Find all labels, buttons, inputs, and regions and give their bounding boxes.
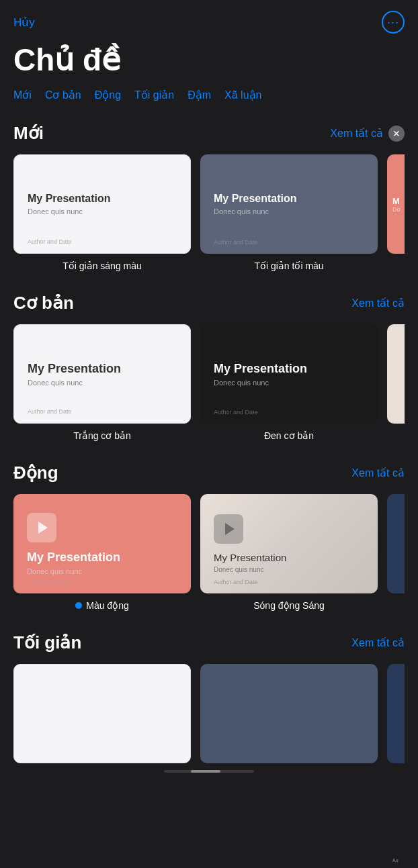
template-card-slate-dark: My Presentation Donec quis nunc Author a… xyxy=(200,154,378,254)
card-title: My Presentation xyxy=(214,552,364,563)
see-all-basic[interactable]: Xem tất cả xyxy=(351,297,405,309)
template-card-partial-dynamic xyxy=(387,494,405,593)
filter-item-minimal[interactable]: Tối giản xyxy=(134,89,174,101)
card-title: My Presentation xyxy=(27,550,177,565)
template-minimal-white[interactable] xyxy=(13,664,191,763)
card-author: Author and Date xyxy=(214,239,258,246)
template-minimal-partial[interactable] xyxy=(387,664,405,763)
play-icon xyxy=(38,522,48,534)
play-icon xyxy=(225,523,235,535)
template-card-white-basic: My Presentation Donec quis nunc Author a… xyxy=(13,324,191,424)
template-card-partial-minimal xyxy=(387,664,405,763)
see-all-dynamic[interactable]: Xem tất cả xyxy=(351,467,405,479)
card-subtitle: Donec quis nunc xyxy=(28,207,177,215)
card-title: My Presentation xyxy=(214,193,364,205)
templates-row-dynamic: My Presentation Donec quis nunc Author a… xyxy=(13,494,405,611)
template-card-slate-minimal xyxy=(200,664,378,763)
filter-bar: Mới Cơ bản Động Tối giản Đậm Xã luận xyxy=(0,89,418,115)
template-partial-pink[interactable]: M Do Au xyxy=(387,154,405,271)
card-author: Author and Date xyxy=(27,579,71,585)
template-card-pink-dynamic: My Presentation Donec quis nunc Author a… xyxy=(13,494,191,593)
play-icon-wrapper-gray xyxy=(214,514,243,544)
card-title: My Presentation xyxy=(28,362,177,376)
card-title-partial: M xyxy=(392,196,405,206)
more-icon: ··· xyxy=(387,16,399,28)
card-subtitle: Donec quis nunc xyxy=(214,566,364,573)
template-label-with-dot: Màu động xyxy=(75,600,128,611)
page-title: Chủ đề xyxy=(0,39,418,89)
close-new-badge[interactable]: ✕ xyxy=(388,126,405,142)
cancel-button[interactable]: Hủy xyxy=(13,15,35,30)
template-toi-gian-toi[interactable]: My Presentation Donec quis nunc Author a… xyxy=(200,154,378,271)
see-all-new[interactable]: Xem tất cả xyxy=(330,127,383,140)
template-card-white-light: My Presentation Donec quis nunc Author a… xyxy=(13,154,191,254)
card-author: Author and Date xyxy=(214,579,258,585)
card-subtitle: Donec quis nunc xyxy=(27,567,177,575)
filter-item-editorial[interactable]: Xã luận xyxy=(224,89,261,101)
filter-item-new[interactable]: Mới xyxy=(13,89,32,101)
template-partial-basic[interactable] xyxy=(387,324,405,441)
section-title-basic: Cơ bản xyxy=(13,293,74,314)
template-partial-dynamic[interactable] xyxy=(387,494,405,611)
template-den-co-ban[interactable]: My Presentation Donec quis nunc Author a… xyxy=(200,324,378,441)
card-subtitle: Donec quis nunc xyxy=(28,379,177,387)
templates-row-minimal xyxy=(13,664,405,763)
template-card-black-basic: My Presentation Donec quis nunc Author a… xyxy=(200,324,378,424)
card-subtitle-partial: Do xyxy=(392,206,405,213)
template-trang-co-ban[interactable]: My Presentation Donec quis nunc Author a… xyxy=(13,324,191,441)
filter-item-basic[interactable]: Cơ bản xyxy=(45,89,81,101)
template-card-gradient-light: My Presentation Donec quis nunc Author a… xyxy=(200,494,378,593)
template-song-dong-sang[interactable]: My Presentation Donec quis nunc Author a… xyxy=(200,494,378,611)
scroll-thumb xyxy=(191,770,220,773)
template-toi-gian-sang[interactable]: My Presentation Donec quis nunc Author a… xyxy=(13,154,191,271)
dot-indicator xyxy=(75,602,82,609)
section-title-new: Mới xyxy=(13,123,44,144)
template-label: Đen cơ bản xyxy=(264,430,314,441)
section-minimal: Tối giản Xem tất cả xyxy=(0,624,418,789)
card-author: Author and Date xyxy=(28,238,72,245)
card-subtitle: Donec quis nunc xyxy=(214,379,364,387)
filter-item-dynamic[interactable]: Động xyxy=(95,89,121,101)
card-title: My Presentation xyxy=(28,193,177,205)
template-mau-dong[interactable]: My Presentation Donec quis nunc Author a… xyxy=(13,494,191,611)
card-author: Author and Date xyxy=(28,408,72,415)
template-label: Trắng cơ bản xyxy=(73,430,131,441)
template-minimal-slate[interactable] xyxy=(200,664,378,763)
header: Hủy ··· xyxy=(0,0,418,39)
section-title-dynamic: Động xyxy=(13,463,58,483)
scroll-bar xyxy=(164,770,254,773)
template-label: Màu động xyxy=(86,600,128,611)
template-card-partial-pink: M Do Au xyxy=(387,154,405,254)
template-card-partial-basic xyxy=(387,324,405,424)
scroll-indicator xyxy=(13,763,405,775)
see-all-minimal[interactable]: Xem tất cả xyxy=(351,636,405,649)
filter-item-bold[interactable]: Đậm xyxy=(187,89,211,101)
play-icon-wrapper xyxy=(27,513,56,542)
card-author: Author and Date xyxy=(214,409,258,416)
templates-row-basic: My Presentation Donec quis nunc Author a… xyxy=(13,324,405,441)
template-label: Tối giản sáng màu xyxy=(62,260,142,271)
card-subtitle: Donec quis nunc xyxy=(214,207,364,215)
card-title: My Presentation xyxy=(214,362,364,376)
more-button[interactable]: ··· xyxy=(382,11,405,34)
template-card-white-minimal xyxy=(13,664,191,763)
section-dynamic: Động Xem tất cả My Presentation Donec qu… xyxy=(0,454,418,624)
close-icon: ✕ xyxy=(392,129,401,138)
section-basic: Cơ bản Xem tất cả My Presentation Donec … xyxy=(0,285,418,454)
section-new: Mới Xem tất cả ✕ My Presentation Donec q… xyxy=(0,115,418,285)
templates-row-new: My Presentation Donec quis nunc Author a… xyxy=(13,154,405,271)
template-label: Sóng động Sáng xyxy=(253,600,325,611)
template-label: Tối giản tối màu xyxy=(254,260,323,271)
section-title-minimal: Tối giản xyxy=(13,632,81,653)
